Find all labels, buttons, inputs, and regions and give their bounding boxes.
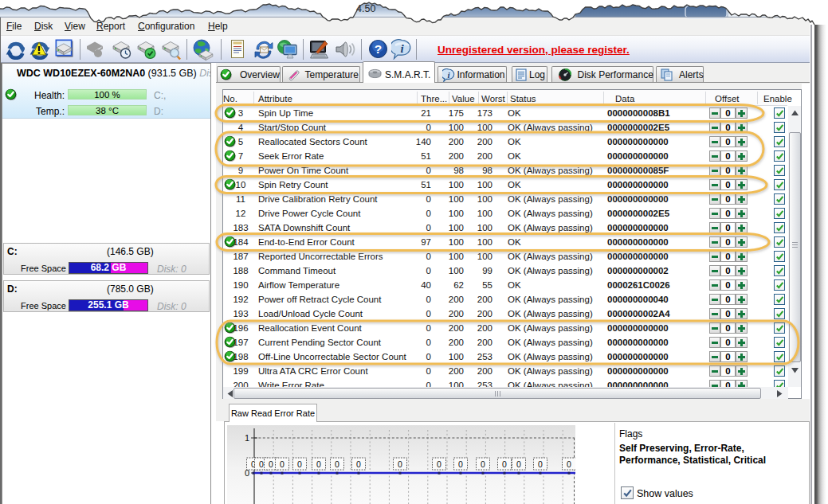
svg-text:0: 0 xyxy=(502,459,507,469)
svg-text:0: 0 xyxy=(356,459,361,469)
svg-text:0: 0 xyxy=(516,459,521,469)
svg-text:0: 0 xyxy=(567,459,571,469)
svg-text:0: 0 xyxy=(398,459,402,469)
svg-text:0: 0 xyxy=(259,459,264,469)
svg-text:0: 0 xyxy=(335,459,339,469)
svg-text:0: 0 xyxy=(458,459,463,469)
svg-text:0: 0 xyxy=(269,459,273,469)
svg-text:0: 0 xyxy=(481,459,485,469)
svg-text:0: 0 xyxy=(297,459,302,469)
svg-text:0: 0 xyxy=(538,459,543,469)
svg-text:?: ? xyxy=(375,42,382,56)
svg-text:0: 0 xyxy=(280,459,285,469)
svg-text:0: 0 xyxy=(437,459,441,469)
svg-text:4.50: 4.50 xyxy=(356,3,375,14)
svg-text:0: 0 xyxy=(316,459,321,469)
svg-text:1: 1 xyxy=(245,433,249,443)
